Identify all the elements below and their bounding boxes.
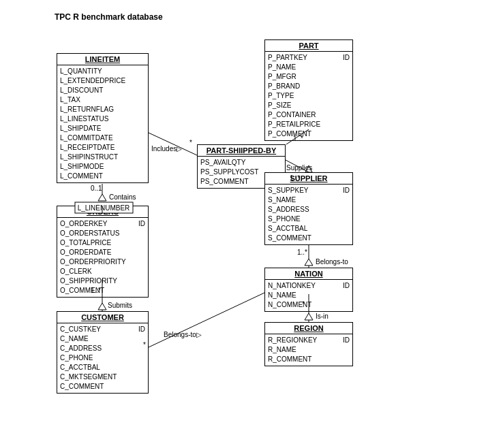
supplies-label: Supplies — [286, 164, 312, 172]
contains-cardinality: 0..1 — [91, 185, 102, 192]
entity-nation-body: N_NATIONKEYID N_NAME N_COMMENT — [265, 280, 352, 311]
submits-label: Submits — [108, 302, 132, 309]
entity-nation-header: NATION — [265, 268, 352, 280]
entity-supplier-header: SUPPLIER — [265, 173, 352, 185]
contains-label: Contains — [109, 193, 136, 201]
page-title: TPC R benchmark database — [55, 12, 163, 22]
entity-supplier-body: S_SUPPKEYID S_NAME S_ADDRESS S_PHONE S_A… — [265, 185, 352, 244]
entity-orders-header: ORDERS — [57, 206, 148, 218]
is-in-label: Is-in — [316, 313, 329, 320]
entity-orders: ORDERS O_ORDERKEYID O_ORDERSTATUS O_TOTA… — [57, 206, 149, 298]
entity-partshippedby-header: PART-SHIIPPED-BY — [198, 145, 285, 157]
entity-customer-body: C_CUSTKEYID C_NAME C_ADDRESS C_PHONE C_A… — [57, 323, 148, 393]
entity-part: PART P_PARTKEYID P_NAME P_MFGR P_BRAND P… — [264, 39, 353, 141]
supplies-arrow — [305, 165, 312, 172]
svg-line-0 — [149, 133, 197, 155]
entity-nation: NATION N_NATIONKEYID N_NAME N_COMMENT — [264, 268, 353, 312]
entity-supplier: SUPPLIER S_SUPPKEYID S_NAME S_ADDRESS S_… — [264, 172, 353, 245]
entity-part-body: P_PARTKEYID P_NAME P_MFGR P_BRAND P_TYPE… — [265, 52, 352, 140]
entity-region: REGION R_REGIONKEYID R_NAME R_COMMENT — [264, 322, 353, 366]
entity-region-body: R_REGIONKEYID R_NAME R_COMMENT — [265, 334, 352, 366]
belongs-to-arrow — [305, 259, 313, 266]
entity-lineitem-header: LINEITEM — [57, 54, 148, 65]
customer-belongs-to-label: Belongs-to▷ — [164, 331, 202, 338]
entity-customer: CUSTOMER C_CUSTKEYID C_NAME C_ADDRESS C_… — [57, 311, 149, 394]
is-in-arrow — [305, 313, 313, 320]
entity-lineitem-body: L_QUANTITY L_EXTENDEDPRICE L_DISCOUNT L_… — [57, 65, 148, 182]
includes-star: * — [189, 139, 192, 146]
submits-arrow — [98, 303, 106, 310]
entity-lineitem: LINEITEM L_QUANTITY L_EXTENDEDPRICE L_DI… — [57, 53, 149, 183]
includes-label: Includes▷ — [151, 145, 182, 153]
entity-orders-body: O_ORDERKEYID O_ORDERSTATUS O_TOTALPRICE … — [57, 218, 148, 297]
entity-region-header: REGION — [265, 323, 352, 334]
belongs-to-cardinality: 1..* — [297, 249, 307, 256]
contains-arrow — [98, 194, 106, 201]
svg-line-2 — [286, 160, 309, 172]
entity-part-header: PART — [265, 40, 352, 52]
entity-customer-header: CUSTOMER — [57, 312, 148, 323]
svg-line-11 — [149, 293, 264, 347]
belongs-to-label: Belongs-to — [316, 258, 348, 266]
